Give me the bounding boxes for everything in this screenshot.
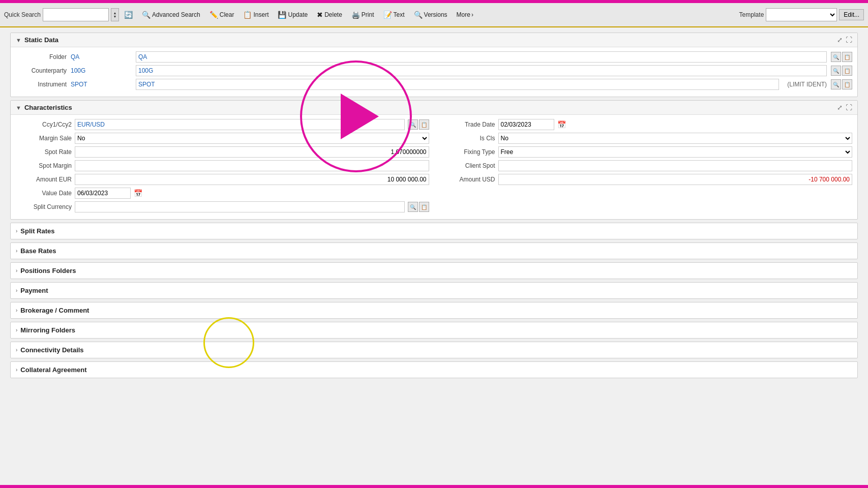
- collapsed-chevron-icon: ›: [16, 308, 17, 313]
- collapsed-chevron-icon: ›: [16, 327, 17, 333]
- print-label: Print: [362, 11, 374, 18]
- trade-date-input[interactable]: [498, 119, 554, 130]
- instrument-row: Instrument SPOT (LIMIT IDENT) 🔍 📋: [16, 79, 852, 90]
- collapsed-section: › Brokerage / Comment: [10, 302, 858, 319]
- clear-button[interactable]: ✏️ Clear: [206, 9, 237, 20]
- quick-search-label: Quick Search: [4, 11, 41, 18]
- characteristics-chevron-icon: ▼: [16, 105, 21, 111]
- split-currency-search-button[interactable]: 🔍: [408, 202, 418, 212]
- folder-select-button[interactable]: 📋: [842, 52, 852, 62]
- fixing-type-label: Fixing Type: [439, 148, 495, 156]
- collapsed-section: › Connectivity Details: [10, 342, 858, 358]
- more-button[interactable]: More ›: [454, 10, 476, 20]
- is-cls-select[interactable]: No Yes: [498, 133, 853, 144]
- amount-usd-input[interactable]: [498, 174, 853, 185]
- edit-button[interactable]: Edit...: [839, 9, 864, 20]
- counterparty-search-button[interactable]: 🔍: [831, 66, 841, 76]
- margin-sale-select[interactable]: No Yes: [75, 133, 429, 144]
- collapsed-chevron-icon: ›: [16, 268, 17, 273]
- spot-rate-input[interactable]: [75, 146, 429, 158]
- delete-button[interactable]: ✖ Delete: [314, 9, 345, 20]
- ccy-search-button[interactable]: 🔍: [408, 119, 418, 130]
- static-data-header[interactable]: ▼ Static Data ⤢ ⛶: [11, 33, 857, 47]
- instrument-label: Instrument: [16, 81, 67, 88]
- split-currency-input[interactable]: [75, 201, 405, 212]
- spinner-down-icon: ▼: [113, 15, 117, 18]
- collapsed-section-header[interactable]: › Payment: [11, 283, 857, 298]
- collapsed-section-header[interactable]: › Collateral Agreement: [11, 362, 857, 378]
- trade-date-row: Trade Date 📅: [439, 119, 853, 130]
- refresh-icon: 🔄: [124, 11, 133, 19]
- counterparty-select-button[interactable]: 📋: [842, 66, 852, 76]
- fixing-type-select[interactable]: Free: [498, 146, 853, 158]
- static-data-title: Static Data: [24, 36, 58, 44]
- is-cls-label: Is Cls: [439, 135, 495, 142]
- split-currency-label: Split Currency: [16, 203, 72, 210]
- clear-label: Clear: [220, 11, 234, 18]
- collapsed-section-title: Collateral Agreement: [20, 366, 86, 374]
- spinner-up-icon: ▲: [113, 11, 117, 15]
- static-data-section: ▼ Static Data ⤢ ⛶ Folder QA 🔍 📋 Count: [10, 33, 858, 97]
- more-label: More: [457, 11, 470, 18]
- counterparty-input[interactable]: [136, 65, 827, 76]
- characteristics-maximize-icon[interactable]: ⛶: [846, 104, 852, 111]
- collapsed-section-header[interactable]: › Brokerage / Comment: [11, 302, 857, 318]
- versions-button[interactable]: 🔍 Versions: [411, 9, 451, 20]
- collapsed-chevron-icon: ›: [16, 248, 17, 254]
- static-data-maximize-icon[interactable]: ⛶: [846, 36, 852, 44]
- split-currency-row: Split Currency 🔍 📋: [16, 201, 429, 212]
- instrument-search-button[interactable]: 🔍: [831, 79, 841, 89]
- value-date-input[interactable]: [75, 188, 131, 199]
- trade-date-calendar-icon[interactable]: 📅: [557, 120, 566, 129]
- client-spot-row: Client Spot: [439, 160, 853, 171]
- template-dropdown[interactable]: [766, 8, 837, 21]
- quick-search-spinner[interactable]: ▲ ▼: [111, 8, 119, 21]
- value-date-label: Value Date: [16, 190, 72, 197]
- quick-search-input[interactable]: [43, 8, 109, 21]
- static-data-expand-icon[interactable]: ⤢: [837, 36, 843, 44]
- collapsed-section-header[interactable]: › Mirroring Folders: [11, 322, 857, 338]
- collapsed-section-header[interactable]: › Split Rates: [11, 223, 857, 239]
- ccy-row: Ccy1/Ccy2 🔍 📋: [16, 119, 429, 130]
- spot-margin-input[interactable]: [75, 160, 429, 171]
- collapsed-section-title: Split Rates: [20, 227, 54, 235]
- template-area: Template Edit...: [739, 8, 864, 21]
- characteristics-header-right: ⤢ ⛶: [837, 104, 852, 111]
- spot-margin-row: Spot Margin: [16, 160, 429, 171]
- collapsed-section-header[interactable]: › Positions Folders: [11, 263, 857, 279]
- advanced-search-button[interactable]: 🔍 Advanced Search: [139, 9, 203, 20]
- value-date-calendar-icon[interactable]: 📅: [134, 189, 142, 197]
- amount-usd-row: Amount USD: [439, 174, 853, 185]
- trade-date-label: Trade Date: [439, 121, 495, 128]
- folder-search-button[interactable]: 🔍: [831, 52, 841, 62]
- print-button[interactable]: 🖨️ Print: [348, 9, 377, 20]
- collapsed-chevron-icon: ›: [16, 347, 17, 353]
- insert-button[interactable]: 📋 Insert: [240, 9, 272, 20]
- client-spot-input[interactable]: [498, 160, 853, 171]
- delete-label: Delete: [324, 11, 342, 18]
- instrument-input[interactable]: [136, 79, 779, 90]
- search-refresh-button[interactable]: 🔄: [121, 9, 136, 20]
- ccy-select-button[interactable]: 📋: [419, 119, 429, 130]
- ccy-input[interactable]: [75, 119, 405, 130]
- instrument-select-button[interactable]: 📋: [842, 79, 852, 89]
- characteristics-section: ▼ Characteristics ⤢ ⛶ Ccy1/Ccy2 🔍: [10, 100, 858, 220]
- collapsed-section-title: Mirroring Folders: [20, 326, 75, 334]
- collapsed-section-header[interactable]: › Base Rates: [11, 243, 857, 259]
- collapsed-section-title: Base Rates: [20, 247, 56, 255]
- folder-input[interactable]: [136, 51, 827, 63]
- collapsed-section-header[interactable]: › Connectivity Details: [11, 342, 857, 358]
- counterparty-row: Counterparty 100G 🔍 📋: [16, 65, 852, 76]
- text-icon: 📝: [383, 11, 392, 19]
- versions-label: Versions: [424, 11, 447, 18]
- amount-eur-input[interactable]: [75, 174, 429, 185]
- client-spot-label: Client Spot: [439, 162, 495, 169]
- characteristics-expand-icon[interactable]: ⤢: [837, 104, 843, 111]
- text-button[interactable]: 📝 Text: [380, 9, 408, 20]
- collapsed-sections-container: › Split Rates › Base Rates › Positions F…: [10, 223, 858, 378]
- characteristics-body: Ccy1/Ccy2 🔍 📋 Margin Sale No Yes: [11, 115, 857, 219]
- clear-icon: ✏️: [209, 11, 218, 19]
- update-button[interactable]: 💾 Update: [275, 9, 311, 20]
- split-currency-select-button[interactable]: 📋: [419, 202, 429, 212]
- characteristics-header[interactable]: ▼ Characteristics ⤢ ⛶: [11, 101, 857, 115]
